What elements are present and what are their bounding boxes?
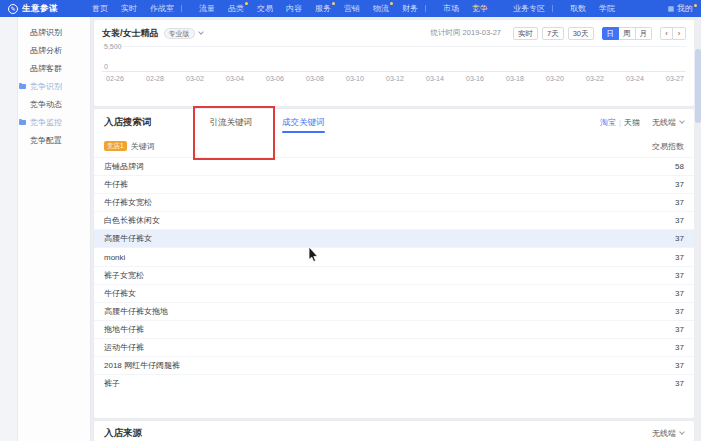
table-row[interactable]: 高腰牛仔裤女 37 (94, 229, 694, 247)
keyword-cell: 拖地牛仔裤 (104, 324, 144, 335)
sidebar-item[interactable]: 竞争监控 (18, 114, 90, 132)
time-range-button[interactable]: 30天 (568, 27, 594, 40)
x-axis-tick-label: 03-02 (186, 75, 204, 82)
value-cell: 37 (675, 343, 684, 352)
keyword-cell: 高腰牛仔裤女 (104, 233, 152, 244)
store-search-words-card: 入店搜索词 引流关键词成交关键词 淘宝 | 天猫 无线端 竞店1 关键词 交易指… (94, 109, 694, 418)
sidebar-item[interactable]: 品牌客群 (18, 60, 90, 78)
sidebar-item[interactable]: 品牌识别 (18, 24, 90, 42)
nav-item[interactable]: 竞争 (472, 0, 500, 17)
value-cell: 37 (675, 379, 684, 388)
nav-item[interactable]: 营销 (344, 0, 360, 17)
keyword-cell: 裤子女宽松 (104, 270, 144, 281)
keyword-cell: 高腰牛仔裤女拖地 (104, 306, 168, 317)
sources-chevron-down-icon (679, 429, 685, 435)
sources-terminal-label: 无线端 (652, 429, 676, 438)
table-row[interactable]: 运动牛仔裤 37 (94, 338, 694, 356)
table-row[interactable]: 牛仔裤女宽松 37 (94, 193, 694, 211)
value-column-header: 交易指数 (652, 141, 684, 152)
x-axis-tick-label: 03-06 (266, 75, 284, 82)
pro-version-badge: 专业版 (164, 28, 195, 39)
store-sources-card: 入店来源 无线端 (94, 421, 694, 441)
granularity-button[interactable]: 日 (602, 27, 620, 40)
keyword-cell: 牛仔裤 (104, 179, 128, 190)
nav-item[interactable]: 学院 (599, 0, 615, 17)
table-row[interactable]: 拖地牛仔裤 37 (94, 320, 694, 338)
x-axis-tick-label: 03-08 (306, 75, 324, 82)
prev-date-button[interactable]: ‹ (660, 27, 673, 40)
folder-icon (19, 84, 26, 89)
sources-terminal-dropdown[interactable]: 无线端 (652, 428, 684, 439)
sidebar-item[interactable]: 竞争配置 (18, 132, 90, 150)
table-row[interactable]: 裤子 37 (94, 374, 694, 392)
x-axis-tick-label: 03-14 (426, 75, 444, 82)
scrollbar-thumb[interactable] (695, 49, 701, 123)
keyword-cell: 店铺品牌词 (104, 161, 144, 172)
apps-grid-icon: ▦ (667, 5, 674, 13)
nav-item[interactable]: 流量 (199, 0, 215, 17)
page-scrollbar (694, 17, 701, 441)
platform-taobao-link[interactable]: 淘宝 (600, 117, 616, 128)
granularity-button[interactable]: 周 (619, 27, 636, 40)
nav-item[interactable]: 品类 (228, 0, 244, 17)
table-row[interactable]: 2018 网红牛仔阔腿裤 37 (94, 356, 694, 374)
x-axis-tick-label: 03-24 (626, 75, 644, 82)
sidebar-item[interactable]: 竞争识别 (18, 78, 90, 96)
nav-item[interactable]: 首页 (92, 0, 108, 17)
sidebar-item[interactable]: 竞争动态 (18, 96, 90, 114)
keyword-cell: 牛仔裤女 (104, 288, 136, 299)
nav-item[interactable]: 市场 (443, 0, 459, 17)
terminal-label: 无线端 (652, 118, 676, 127)
keyword-cell: 运动牛仔裤 (104, 342, 144, 353)
keyword-cell: 裤子 (104, 378, 120, 389)
date-pager: ‹ › (660, 27, 686, 40)
keyword-column-header: 关键词 (131, 141, 155, 152)
table-row[interactable]: 裤子女宽松 37 (94, 266, 694, 284)
table-row[interactable]: 白色长裤休闲女 37 (94, 211, 694, 229)
table-row[interactable]: 牛仔裤女 37 (94, 284, 694, 302)
app-title: 生意参谋 (22, 3, 58, 15)
x-axis-tick-label: 03-27 (666, 75, 684, 82)
trend-chart-card: 女装/女士精品 专业版 统计时间 2019-03-27 实时7天30天 日周月 … (94, 20, 694, 106)
table-row[interactable]: monki 37 (94, 247, 694, 265)
sidebar-item-label: 竞争识别 (30, 82, 62, 91)
nav-item[interactable]: 物流 (373, 0, 389, 17)
nav-item[interactable]: 取数 (570, 0, 586, 17)
x-axis-tick-label: 03-22 (586, 75, 604, 82)
sidebar-item[interactable]: 品牌分析 (18, 42, 90, 60)
table-row[interactable]: 牛仔裤 37 (94, 175, 694, 193)
nav-item[interactable]: 实时 (121, 0, 137, 17)
table-row[interactable]: 店铺品牌词 58 (94, 157, 694, 175)
nav-user-menu[interactable]: ▦ 我的 (667, 3, 693, 14)
granularity-button[interactable]: 月 (636, 27, 653, 40)
nav-item[interactable]: 交易 (257, 0, 273, 17)
app-logo[interactable]: ✎ 生意参谋 (8, 3, 92, 15)
sidebar-item-label: 品牌分析 (30, 46, 62, 55)
sources-title: 入店来源 (104, 427, 142, 440)
sidebar-item-label: 品牌识别 (30, 28, 62, 37)
nav-item[interactable]: 服务 (315, 0, 331, 17)
logo-pen-icon: ✎ (8, 4, 18, 14)
time-range-button[interactable]: 7天 (542, 27, 564, 40)
keyword-tab[interactable]: 成交关键词 (282, 109, 325, 135)
platform-tmall-link[interactable]: 天猫 (624, 117, 640, 128)
nav-item[interactable]: 作战室 (150, 0, 186, 17)
nav-item[interactable]: 业务专区 (513, 0, 557, 17)
keyword-tab[interactable]: 引流关键词 (210, 109, 253, 135)
time-range-buttons: 实时7天30天 (509, 27, 594, 40)
sidebar-item-label: 品牌客群 (30, 64, 62, 73)
value-cell: 37 (675, 307, 684, 316)
nav-item[interactable]: 内容 (286, 0, 302, 17)
sidebar: 品牌识别 品牌分析 品牌客群 竞争识别 竞争动态 竞争监控 竞争配置 (18, 17, 91, 441)
nav-user-label: 我的 (677, 3, 693, 14)
time-range-button[interactable]: 实时 (513, 27, 538, 40)
granularity-segment: 日周月 (602, 27, 653, 40)
terminal-chevron-down-icon (679, 118, 685, 124)
terminal-dropdown[interactable]: 无线端 (652, 117, 684, 128)
category-chevron-down-icon[interactable] (198, 29, 204, 35)
x-axis-labels: 02-2602-2803-0203-0403-0603-0803-1003-12… (94, 72, 694, 82)
next-date-button[interactable]: › (673, 27, 686, 40)
nav-item[interactable]: 财务 (402, 0, 430, 17)
table-row[interactable]: 高腰牛仔裤女拖地 37 (94, 302, 694, 320)
value-cell: 37 (675, 198, 684, 207)
